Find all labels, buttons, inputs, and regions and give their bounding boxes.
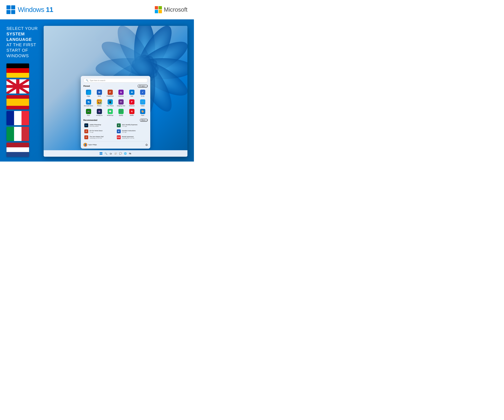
recommended-label: Recommended <box>83 119 97 121</box>
rec-name: The Zero-Waste Chef <box>90 136 103 137</box>
taskbar-taskview[interactable]: 🗂 <box>109 152 113 155</box>
app-name: Mail <box>131 95 133 97</box>
rec-item-2021-monthly-expense[interactable]: X 2021 Monthly Expenses 17m ago <box>116 123 148 128</box>
app-icon: 💬 <box>108 109 113 114</box>
windows-screenshot: 🔍 Type here to search Pinned All apps › … <box>44 26 187 157</box>
rec-name: DIY for Home Decor <box>90 130 103 131</box>
pinned-app-microsoft-store[interactable]: 🛍 Microsoft Store <box>83 99 94 107</box>
pinned-header: Pinned All apps › <box>83 84 148 88</box>
app-icon: 🛍 <box>86 99 91 105</box>
flag-uk[interactable] <box>6 79 29 94</box>
flag-spanish[interactable] <box>6 95 29 109</box>
left-column: SELECT YOUR SYSTEM LANGUAGE AT THE FIRST… <box>6 26 39 157</box>
app-name: Netflix <box>130 114 134 116</box>
rec-name: Donation Instructions <box>122 130 136 131</box>
power-button[interactable]: ⏻ <box>145 143 148 146</box>
app-icon: P <box>129 99 134 105</box>
pinned-app-your-phone[interactable]: 📱 Your Phone <box>105 99 115 107</box>
app-name: Among Us <box>96 114 103 116</box>
start-menu: 🔍 Type here to search Pinned All apps › … <box>81 76 150 149</box>
app-icon: ✉ <box>129 90 134 95</box>
rec-item-donation-instruction[interactable]: W Donation Instructions 12h ago <box>116 129 148 134</box>
pinned-app-spotify[interactable]: 🎵 Spotify <box>116 108 126 117</box>
main-section: SELECT YOUR SYSTEM LANGUAGE AT THE FIRST… <box>0 19 194 161</box>
rec-item-the-zero-waste-chef[interactable]: P The Zero-Waste Chef Yesterday at 4:24 … <box>83 135 115 140</box>
app-icon: ✓ <box>140 90 145 95</box>
app-name: Twitter <box>141 105 145 106</box>
rec-icon: X <box>117 124 121 127</box>
app-name: Xbox <box>87 114 90 116</box>
flag-italian[interactable] <box>6 127 29 141</box>
pinned-label: Pinned <box>83 85 90 87</box>
windows-logo-icon <box>6 5 15 14</box>
pinned-app-onenote[interactable]: N OneNote <box>116 89 126 98</box>
pinned-app-snipping-tool[interactable]: ✂ Snipping Tool <box>116 99 126 107</box>
taskbar-widgets[interactable]: 📰 <box>114 152 117 155</box>
microsoft-logo-icon <box>155 6 162 13</box>
pinned-app-xbox[interactable]: 🎮 Xbox <box>83 108 94 117</box>
rec-name: Rental Agreement <box>122 136 134 137</box>
user-area[interactable]: 👤 Taylor Philips <box>83 143 97 147</box>
pinned-app-twitter[interactable]: 🐦 Twitter <box>138 99 148 107</box>
svg-rect-14 <box>100 154 101 155</box>
flag-french[interactable] <box>6 111 29 125</box>
pinned-app-pinterest[interactable]: P Pinterest <box>127 99 137 107</box>
pinned-app-word[interactable]: W Word <box>94 89 104 98</box>
app-name: To Do <box>141 95 144 97</box>
app-icon: 🌐 <box>86 90 91 95</box>
rec-time: Yesterday at 4:24 PM <box>90 137 103 139</box>
app-name: Spotify <box>119 114 123 116</box>
pinned-app-photos[interactable]: 🌄 Photos <box>94 99 104 107</box>
pinned-app-edge[interactable]: 🌐 Edge <box>83 89 94 98</box>
app-name: Your Phone <box>107 105 114 106</box>
pinned-app-among-us[interactable]: 👾 Among Us <box>94 108 104 117</box>
rec-icon: P <box>84 129 88 133</box>
taskbar-search[interactable]: 🔍 <box>104 152 108 155</box>
flag-german[interactable] <box>6 64 29 78</box>
app-icon: P <box>108 90 113 95</box>
headline: SELECT YOUR SYSTEM LANGUAGE AT THE FIRST… <box>6 26 39 59</box>
rec-time: Yesterday at 1:15 PM <box>122 137 134 139</box>
rec-item-adobe-photoshop[interactable]: Ps Adobe Photoshop Recently added <box>83 123 115 128</box>
win-desktop: 🔍 Type here to search Pinned All apps › … <box>44 26 187 157</box>
user-avatar: 👤 <box>83 143 87 147</box>
pinned-app-powerpoint[interactable]: P PowerPoint <box>105 89 115 98</box>
app-name: Word <box>98 95 101 97</box>
rec-name: 2021 Monthly Expenses <box>122 124 138 125</box>
app-icon: 📱 <box>108 99 113 105</box>
app-name: OneNote <box>118 95 124 97</box>
all-apps-button[interactable]: All apps › <box>138 84 148 88</box>
rec-icon: P <box>84 135 88 139</box>
rec-item-diy-for-home-decor[interactable]: P DIY for Home Decor 2h ago <box>83 129 115 134</box>
pinned-app-to-do[interactable]: ✓ To Do <box>138 89 148 98</box>
taskbar-store[interactable]: 🛍 <box>128 152 132 155</box>
rec-item-rental-agreement[interactable]: PDF Rental Agreement Yesterday at 1:15 P… <box>116 135 148 140</box>
app-name: PowerPoint <box>107 95 114 97</box>
rec-time: 12h ago <box>122 131 136 133</box>
taskbar-edge[interactable]: 🌐 <box>123 152 127 155</box>
flags-column <box>6 64 39 157</box>
taskbar-chat[interactable]: 💬 <box>119 152 122 155</box>
pinned-app-netflix[interactable]: N Netflix <box>127 108 137 117</box>
rec-time: 2h ago <box>90 131 103 133</box>
recommended-grid: Ps Adobe Photoshop Recently added X 2021… <box>83 123 148 140</box>
app-name: Pinterest <box>129 105 135 106</box>
taskbar-start[interactable] <box>99 152 103 155</box>
app-icon: N <box>119 90 124 95</box>
rec-icon: Ps <box>84 124 88 127</box>
app-icon: W <box>97 90 102 95</box>
svg-rect-15 <box>101 154 102 155</box>
chevron-right-icon: › <box>146 85 146 87</box>
rec-name: Adobe Photoshop <box>90 124 101 125</box>
windows-logo-area: Windows 11 <box>6 5 53 14</box>
app-icon: 🎮 <box>86 109 91 114</box>
pinned-app-mail[interactable]: ✉ Mail <box>127 89 137 98</box>
pinned-app-whatsapp[interactable]: 💬 WhatsApp <box>105 108 115 117</box>
more-button[interactable]: More › <box>140 118 148 122</box>
search-bar[interactable]: 🔍 Type here to search <box>83 78 148 83</box>
app-name: Photos <box>97 105 101 106</box>
flag-dutch[interactable] <box>6 143 29 157</box>
user-name: Taylor Philips <box>88 144 97 146</box>
pinned-app-paint[interactable]: 🎨 Paint <box>138 108 148 117</box>
app-icon: 👾 <box>97 109 102 114</box>
